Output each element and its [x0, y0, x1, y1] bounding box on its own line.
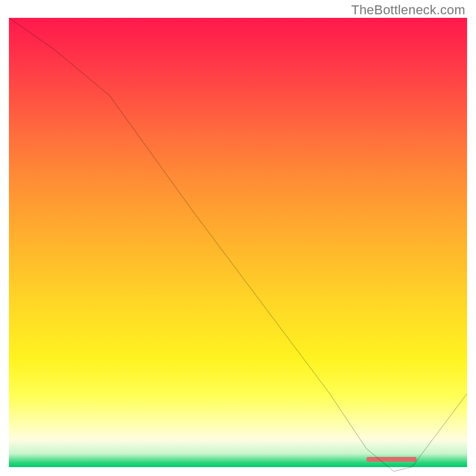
chart-container: TheBottleneck.com	[0, 0, 476, 476]
plot-area	[9, 18, 467, 467]
watermark-text: TheBottleneck.com	[351, 2, 465, 18]
bottleneck-curve	[9, 18, 467, 476]
